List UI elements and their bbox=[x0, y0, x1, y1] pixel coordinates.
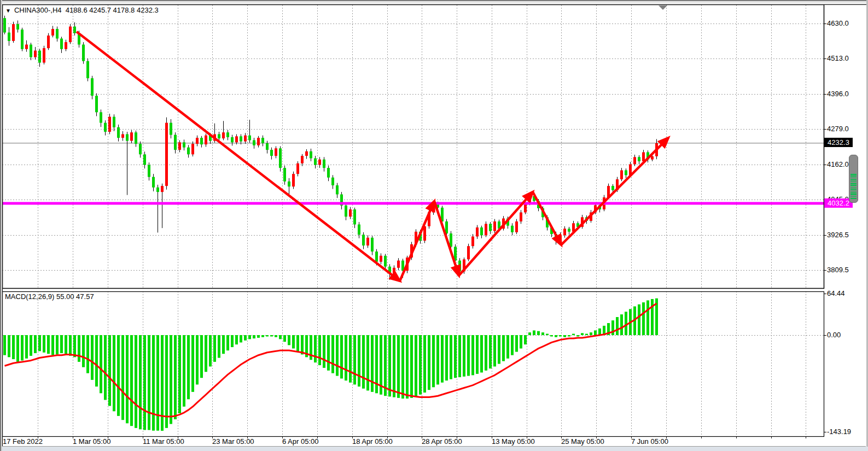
macd-bar bbox=[428, 335, 430, 390]
macd-bar bbox=[248, 335, 251, 339]
candle-down bbox=[100, 112, 102, 122]
macd-bar bbox=[218, 335, 220, 358]
macd-bar bbox=[38, 335, 41, 351]
candle-up bbox=[380, 256, 382, 262]
price-axis-label: 3809.5 bbox=[827, 266, 849, 274]
time-axis-label: 6 Apr 05:00 bbox=[282, 437, 319, 446]
symbol-title: CHINA300-,H4 bbox=[14, 6, 62, 14]
macd-bar bbox=[397, 335, 400, 398]
macd-bar bbox=[616, 317, 619, 335]
candle-down bbox=[489, 224, 492, 231]
candle-up bbox=[467, 246, 470, 259]
candle-down bbox=[240, 136, 242, 141]
macd-bar bbox=[200, 335, 203, 378]
candle-down bbox=[135, 132, 137, 144]
macd-bar bbox=[108, 335, 111, 406]
candle-up bbox=[196, 138, 199, 144]
candle-down bbox=[139, 144, 142, 154]
candle-down bbox=[375, 251, 378, 262]
macd-bar bbox=[642, 302, 645, 335]
candle-up bbox=[244, 136, 247, 142]
candle-down bbox=[248, 136, 251, 140]
candle-up bbox=[301, 156, 304, 163]
candle-down bbox=[16, 24, 19, 30]
main-pane-border bbox=[3, 5, 824, 289]
candle-down bbox=[3, 18, 6, 32]
macd-bar bbox=[476, 335, 479, 374]
candle-up bbox=[25, 45, 28, 49]
candle-down bbox=[170, 123, 172, 135]
macd-bar bbox=[463, 335, 465, 377]
macd-bar bbox=[156, 335, 159, 431]
macd-bar bbox=[60, 335, 63, 353]
time-axis-label: 25 May 05:00 bbox=[561, 437, 604, 446]
macd-bar bbox=[419, 335, 422, 395]
macd-axis-label: -143.19 bbox=[827, 427, 851, 436]
macd-bar bbox=[471, 335, 474, 375]
macd-bar bbox=[537, 331, 540, 335]
macd-bar bbox=[327, 335, 330, 371]
time-axis-label: 13 May 05:00 bbox=[492, 437, 535, 446]
candle-down bbox=[226, 132, 229, 137]
macd-bar bbox=[3, 335, 6, 355]
candle-down bbox=[218, 134, 220, 139]
macd-axis-label: 64.44 bbox=[827, 289, 845, 297]
macd-bar bbox=[78, 335, 80, 362]
macd-bar bbox=[541, 332, 544, 335]
candle-down bbox=[331, 178, 334, 185]
macd-bar bbox=[187, 335, 190, 399]
candle-down bbox=[625, 171, 627, 175]
macd-bar bbox=[436, 335, 439, 384]
candle-up bbox=[108, 117, 111, 132]
candle-up bbox=[34, 51, 37, 57]
macd-bar bbox=[524, 335, 527, 344]
candle-up bbox=[493, 221, 496, 231]
macd-bar bbox=[406, 335, 409, 399]
candle-down bbox=[86, 61, 89, 78]
macd-bar bbox=[183, 335, 185, 407]
candle-down bbox=[345, 206, 347, 216]
macd-bar bbox=[292, 335, 295, 348]
candle-up bbox=[515, 221, 518, 232]
candle-down bbox=[314, 159, 317, 165]
candle-up bbox=[633, 157, 636, 164]
candle-down bbox=[261, 138, 264, 143]
candle-down bbox=[174, 135, 177, 150]
candle-down bbox=[450, 233, 452, 247]
macd-bar bbox=[493, 335, 496, 366]
candle-down bbox=[104, 123, 107, 132]
macd-bar bbox=[563, 335, 566, 337]
macd-pane-border bbox=[3, 292, 824, 437]
candle-down bbox=[511, 226, 514, 232]
macd-bar bbox=[345, 335, 347, 380]
macd-bar bbox=[576, 335, 579, 336]
candle-down bbox=[568, 229, 570, 232]
macd-bar bbox=[358, 335, 360, 386]
chart-shift-marker-icon[interactable] bbox=[659, 5, 667, 10]
candle-down bbox=[91, 78, 94, 96]
macd-header: MACD(12,26,9) 55.00 47.57 bbox=[5, 292, 94, 301]
candle-up bbox=[393, 268, 395, 274]
candle-up bbox=[222, 132, 225, 138]
macd-bar bbox=[581, 333, 584, 335]
candle-down bbox=[126, 134, 129, 141]
macd-bar bbox=[244, 335, 247, 341]
trend-arrow bbox=[434, 201, 459, 276]
macd-bar bbox=[139, 335, 142, 429]
scrollbar-thumb[interactable] bbox=[849, 155, 858, 203]
chart-canvas[interactable] bbox=[0, 0, 868, 451]
macd-bar bbox=[12, 335, 15, 359]
macd-bar bbox=[585, 334, 588, 335]
candle-up bbox=[563, 229, 566, 235]
macd-bar bbox=[213, 335, 216, 362]
macd-bar bbox=[117, 335, 120, 416]
candle-up bbox=[47, 36, 50, 48]
candle-down bbox=[638, 157, 640, 161]
candle-down bbox=[60, 39, 63, 49]
macd-bar bbox=[546, 334, 549, 335]
price-axis-label: 4396.0 bbox=[827, 90, 849, 98]
macd-bar bbox=[170, 335, 172, 424]
price-axis-label: 4162.0 bbox=[827, 160, 849, 168]
macd-bar bbox=[336, 335, 339, 376]
candle-down bbox=[152, 177, 155, 188]
